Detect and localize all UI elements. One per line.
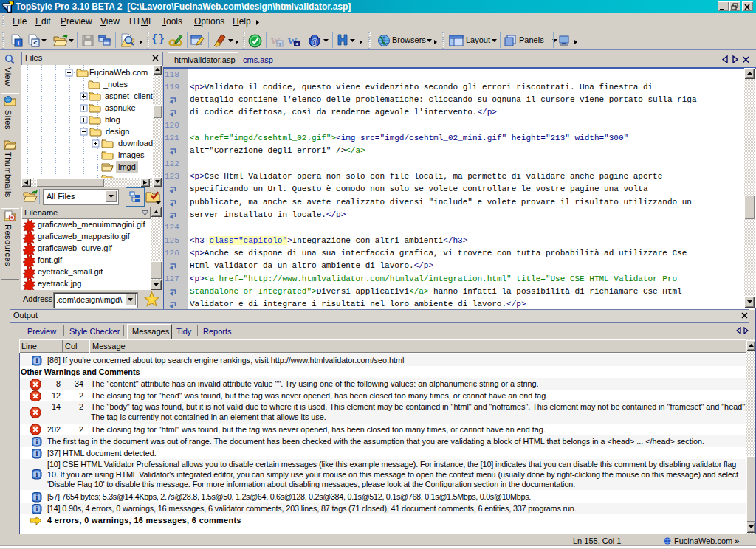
- svg-text:<: <: [295, 41, 298, 47]
- svg-text:<: <: [33, 40, 37, 47]
- svg-text:@: @: [311, 38, 318, 46]
- svg-text:T: T: [278, 41, 282, 47]
- svg-text:T: T: [16, 39, 21, 46]
